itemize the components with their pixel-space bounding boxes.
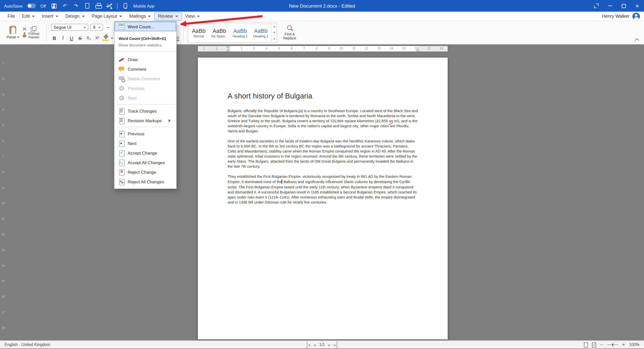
close-button[interactable]: × bbox=[630, 0, 644, 12]
style-option[interactable]: AaBb Heading 1 bbox=[230, 23, 250, 42]
style-name: No Spaci... bbox=[211, 34, 228, 38]
spellcheck-underline: sq bbox=[389, 119, 393, 123]
styles-scroll-down-button[interactable]: ▼ bbox=[272, 29, 277, 36]
menu-item-label: Next bbox=[128, 141, 137, 146]
menu-bar-item[interactable]: Review bbox=[154, 12, 181, 20]
find-replace-button[interactable]: Find & Replace bbox=[280, 22, 299, 43]
menu-bar-item[interactable]: Design bbox=[62, 12, 88, 20]
styles-more-button[interactable]: ▼ bbox=[272, 35, 277, 42]
style-option[interactable]: AaBb Heading 2 bbox=[250, 23, 271, 42]
review-menu-item[interactable]: Track Changes bbox=[115, 106, 176, 116]
review-menu-item[interactable]: Reject All Changes bbox=[115, 177, 176, 186]
title-bar: AutoSave Off ↶ ↷ Mobile App New Document… bbox=[0, 0, 644, 12]
paste-caret-icon bbox=[17, 36, 19, 39]
menu-item-icon bbox=[119, 56, 125, 62]
autosave-toggle[interactable] bbox=[27, 4, 36, 8]
style-name: Heading 1 bbox=[233, 34, 248, 38]
menu-bar-item[interactable]: View bbox=[181, 12, 203, 20]
language-indicator[interactable]: English - United Kingdom bbox=[5, 342, 50, 347]
previous-page-button[interactable]: ◀ bbox=[313, 341, 315, 349]
maximize-button[interactable] bbox=[617, 0, 630, 12]
minimize-button[interactable] bbox=[603, 0, 617, 12]
document-page[interactable]: A short history of Bulgaria Bulgaria, of… bbox=[198, 58, 448, 339]
zoom-level[interactable]: 100% bbox=[629, 342, 639, 347]
new-document-button[interactable] bbox=[84, 3, 90, 9]
decrease-font-size-button[interactable]: − bbox=[105, 24, 112, 31]
word-count-menu-item[interactable]: ABC 123 Word Count... bbox=[115, 22, 176, 31]
review-menu-item[interactable]: Accept Change bbox=[115, 148, 176, 158]
title-bar-left-controls: AutoSave Off ↶ ↷ Mobile App bbox=[4, 3, 154, 9]
paste-button[interactable]: Paste bbox=[4, 25, 22, 40]
menu-item-label: Reject All Changes bbox=[128, 179, 164, 184]
font-size-combobox[interactable]: 9 bbox=[90, 24, 103, 31]
zoom-in-button[interactable]: + bbox=[622, 341, 625, 349]
copy-button[interactable] bbox=[30, 26, 36, 32]
print-button[interactable] bbox=[95, 3, 101, 9]
vertical-ruler-number: 4 bbox=[3, 108, 4, 111]
mobile-app-button[interactable] bbox=[122, 3, 129, 9]
next-page-button[interactable]: ▶ bbox=[328, 341, 330, 349]
review-menu-item[interactable]: Reject Change bbox=[115, 167, 176, 177]
style-option[interactable]: AaBb Normal bbox=[188, 23, 209, 42]
save-button[interactable] bbox=[50, 3, 57, 9]
ruler-numbers: 21123456789101112131415161718 bbox=[198, 46, 448, 52]
new-document-icon bbox=[85, 3, 89, 9]
menu-bar-item[interactable]: Edit bbox=[18, 12, 38, 20]
review-menu-item[interactable]: Draw bbox=[115, 55, 176, 64]
strikethrough-button[interactable]: S bbox=[77, 34, 83, 41]
menu-bar-item-label: Design bbox=[65, 14, 79, 19]
font-name-combobox[interactable]: Segoe UI bbox=[51, 24, 88, 31]
redo-button[interactable]: ↷ bbox=[73, 3, 79, 9]
fullscreen-button[interactable] bbox=[589, 0, 603, 12]
review-menu-item[interactable]: Delete Comment bbox=[115, 74, 176, 83]
zoom-slider[interactable] bbox=[607, 344, 618, 345]
bold-button[interactable]: B bbox=[51, 34, 58, 41]
menu-bar-item[interactable]: Page Layout bbox=[88, 12, 126, 20]
read-mode-button[interactable] bbox=[584, 342, 588, 347]
menu-bar-item[interactable]: File bbox=[4, 12, 18, 20]
autosave-state: Off bbox=[40, 3, 46, 8]
review-menu-item[interactable]: Previous bbox=[115, 83, 176, 93]
ruler-number: 2 bbox=[235, 46, 248, 52]
menu-item-label: Draw bbox=[128, 57, 138, 62]
vertical-ruler: 123456789101112131415161718 bbox=[0, 58, 7, 333]
user-avatar[interactable] bbox=[632, 12, 640, 20]
undo-button[interactable]: ↶ bbox=[62, 3, 68, 9]
collapse-ribbon-button[interactable] bbox=[634, 37, 639, 41]
page-navigation: ◀ ◀ 1/1 ▶ ▶ bbox=[307, 341, 337, 349]
share-button[interactable] bbox=[106, 3, 113, 9]
ruler-number: 5 bbox=[273, 46, 285, 52]
superscript-button[interactable]: X² bbox=[94, 34, 100, 41]
print-layout-button[interactable] bbox=[592, 342, 596, 347]
tooltip-title: Word Count (Ctrl+Shift+G) bbox=[119, 36, 172, 41]
menu-bar-item-label: File bbox=[8, 14, 15, 19]
review-menu-item[interactable]: Revision Markups bbox=[115, 116, 176, 125]
style-option[interactable]: AaBb No Spaci... bbox=[209, 23, 230, 42]
font-size-caret-icon bbox=[98, 27, 100, 29]
first-page-button[interactable]: ◀ bbox=[307, 341, 310, 349]
zoom-out-button[interactable]: − bbox=[600, 341, 603, 349]
menu-item-icon bbox=[119, 117, 125, 123]
review-menu-item[interactable]: Next bbox=[115, 93, 176, 103]
ruler-number: 14 bbox=[385, 46, 398, 52]
highlight-button[interactable] bbox=[102, 35, 113, 41]
menu-bar-item[interactable]: Insert bbox=[38, 12, 62, 20]
review-menu-item[interactable]: Accept All Changes bbox=[115, 158, 176, 167]
menu-item-label: Reject Change bbox=[128, 169, 156, 175]
menu-item-icon bbox=[119, 131, 125, 137]
cut-button[interactable] bbox=[22, 26, 27, 32]
subscript-button[interactable]: X₂ bbox=[85, 34, 92, 41]
styles-scroll-up-button[interactable]: ▲ bbox=[272, 23, 277, 29]
italic-button[interactable]: I bbox=[60, 34, 66, 41]
review-menu-item[interactable]: Next bbox=[115, 138, 176, 148]
format-painter-button[interactable]: Format Painter bbox=[22, 32, 42, 39]
last-page-button[interactable]: ▶ bbox=[334, 341, 337, 349]
format-painter-icon bbox=[22, 32, 27, 38]
underline-button[interactable]: U bbox=[68, 34, 75, 41]
menu-bar-item[interactable]: Mailings bbox=[126, 12, 154, 20]
phone-icon bbox=[124, 3, 127, 9]
ruler-number: 17 bbox=[423, 46, 435, 52]
review-menu-item[interactable]: Previous bbox=[115, 129, 176, 138]
ruler-number: 1 bbox=[210, 46, 223, 52]
review-menu-item[interactable]: Comment bbox=[115, 64, 176, 74]
